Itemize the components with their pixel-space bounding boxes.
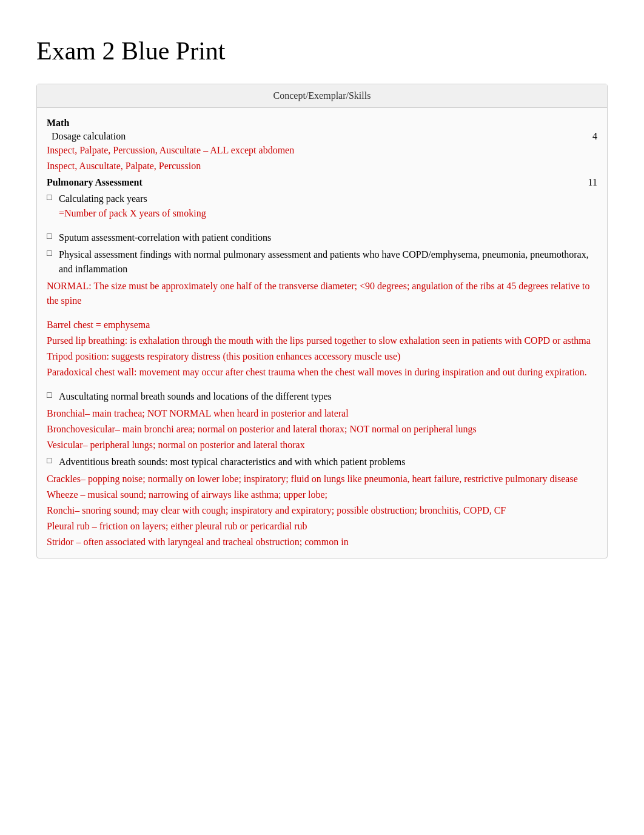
physical-text: Physical assessment findings with normal…	[59, 247, 597, 277]
wheeze-line: Wheeze – musical sound; narrowing of air…	[47, 488, 597, 502]
pack-years-sub: =Number of pack X years of smoking	[59, 206, 597, 221]
main-table: Concept/Exemplar/Skills Math Dosage calc…	[36, 84, 608, 558]
page-title: Exam 2 Blue Print	[36, 24, 608, 65]
bullet-auscultating: □ Auscultating normal breath sounds and …	[47, 388, 597, 405]
bronchial-line: Bronchial– main trachea; NOT NORMAL when…	[47, 406, 597, 421]
bullet-adventitious: □ Adventitious breath sounds: most typic…	[47, 454, 597, 471]
crackles-line: Crackles– popping noise; normally on low…	[47, 472, 597, 486]
stridor-line: Stridor – often associated with laryngea…	[47, 535, 597, 549]
pulmonary-number: 11	[579, 177, 597, 188]
pack-years-text: Calculating pack years =Number of pack X…	[59, 192, 597, 221]
dosage-number: 4	[579, 131, 597, 142]
dosage-row: Dosage calculation 4	[47, 131, 597, 142]
pack-years-label: Calculating pack years	[59, 192, 597, 206]
pleural-line: Pleural rub – friction on layers; either…	[47, 519, 597, 534]
table-header: Concept/Exemplar/Skills	[37, 84, 607, 108]
bronchovesicular-line: Bronchovesicular– main bronchi area; nor…	[47, 422, 597, 437]
barrel-chest-line: Barrel chest = emphysema	[47, 318, 597, 332]
dosage-label: Dosage calculation	[47, 131, 126, 142]
math-section: Math	[47, 115, 597, 131]
inspect-line-1: Inspect, Palpate, Percussion, Auscultate…	[47, 143, 597, 158]
vesicular-line: Vesicular– peripheral lungs; normal on p…	[47, 438, 597, 452]
bullet-icon-1: □	[47, 192, 59, 203]
inspect-line-2: Inspect, Auscultate, Palpate, Percussion	[47, 159, 597, 173]
tripod-line: Tripod position: suggests respiratory di…	[47, 349, 597, 364]
bullet-icon-3: □	[47, 247, 59, 258]
normal-line: NORMAL: The size must be approximately o…	[47, 279, 597, 308]
math-label: Math	[47, 118, 69, 129]
bullet-pack-years: □ Calculating pack years =Number of pack…	[47, 190, 597, 222]
auscultating-text: Auscultating normal breath sounds and lo…	[59, 389, 597, 404]
bullet-icon-5: □	[47, 455, 59, 466]
pursed-lip-line: Pursed lip breathing: is exhalation thro…	[47, 334, 597, 348]
table-body: Math Dosage calculation 4 Inspect, Palpa…	[37, 108, 607, 558]
pulmonary-label: Pulmonary Assessment	[47, 177, 143, 188]
paradoxical-line: Paradoxical chest wall: movement may occ…	[47, 365, 597, 380]
sputum-text: Sputum assessment-correlation with patie…	[59, 230, 597, 245]
adventitious-text: Adventitious breath sounds: most typical…	[59, 455, 597, 469]
bullet-icon-2: □	[47, 230, 59, 241]
pulmonary-section: Pulmonary Assessment 11	[47, 175, 597, 190]
bullet-physical: □ Physical assessment findings with norm…	[47, 246, 597, 278]
ronchi-line: Ronchi– snoring sound; may clear with co…	[47, 503, 597, 518]
bullet-icon-4: □	[47, 389, 59, 400]
bullet-sputum: □ Sputum assessment-correlation with pat…	[47, 229, 597, 246]
